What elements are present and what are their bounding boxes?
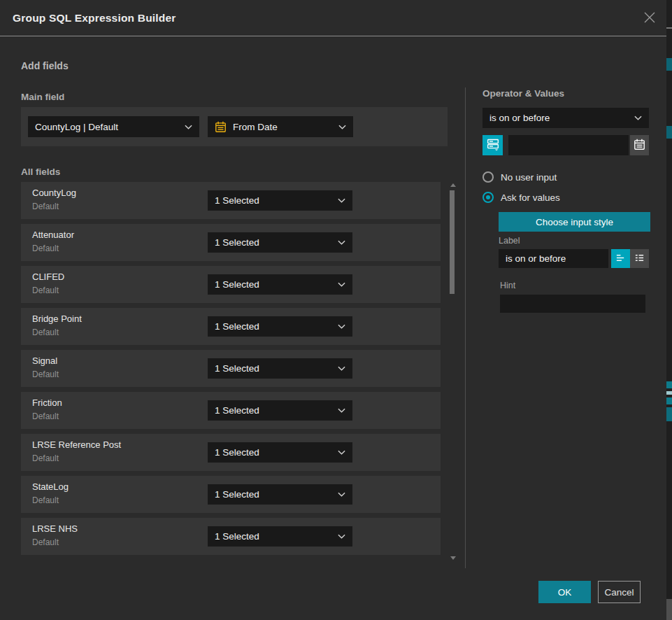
field-selection-value: 1 Selected bbox=[215, 489, 334, 500]
chevron-down-icon bbox=[338, 125, 346, 129]
chevron-down-icon bbox=[338, 282, 345, 287]
value-source-icon bbox=[487, 138, 499, 153]
field-selection-dropdown[interactable]: 1 Selected bbox=[208, 442, 352, 463]
field-name: CLIFED bbox=[32, 272, 64, 282]
single-line-style-button[interactable] bbox=[611, 249, 630, 268]
ok-button[interactable]: OK bbox=[538, 581, 591, 603]
field-sublabel: Default bbox=[32, 537, 59, 547]
field-row: LRSE Reference Post Default 1 Selected bbox=[21, 434, 441, 471]
field-selection-value: 1 Selected bbox=[215, 279, 334, 290]
field-selection-dropdown[interactable]: 1 Selected bbox=[208, 526, 352, 547]
field-sublabel: Default bbox=[32, 286, 59, 295]
field-row: Signal Default 1 Selected bbox=[21, 350, 441, 387]
label-caption: Label bbox=[499, 236, 520, 246]
cancel-button[interactable]: Cancel bbox=[598, 581, 641, 603]
chevron-down-icon bbox=[338, 240, 345, 245]
field-name: LRSE Reference Post bbox=[32, 439, 121, 450]
field-selection-value: 1 Selected bbox=[215, 195, 334, 206]
background-sliver-segment bbox=[666, 407, 672, 421]
field-selection-value: 1 Selected bbox=[215, 363, 334, 374]
radio-no-user-input-label: No user input bbox=[501, 172, 557, 183]
field-name: Bridge Point bbox=[32, 313, 82, 324]
dialog-title: Group SQL Expression Builder bbox=[13, 0, 176, 36]
field-row: CountyLog Default 1 Selected bbox=[21, 182, 441, 219]
field-sublabel: Default bbox=[32, 202, 59, 211]
add-fields-heading: Add fields bbox=[21, 60, 69, 71]
value-source-button[interactable] bbox=[482, 135, 503, 155]
chevron-down-icon bbox=[338, 408, 345, 413]
chevron-down-icon bbox=[338, 450, 345, 455]
field-selection-dropdown[interactable]: 1 Selected bbox=[208, 274, 352, 295]
radio-no-user-input[interactable]: No user input bbox=[482, 171, 557, 183]
list-style-button[interactable] bbox=[630, 249, 649, 268]
background-sliver-segment bbox=[666, 27, 672, 29]
field-selection-dropdown[interactable]: 1 Selected bbox=[208, 232, 352, 253]
hint-input[interactable] bbox=[500, 295, 645, 313]
align-left-icon bbox=[615, 253, 626, 265]
radio-ask-for-values[interactable]: Ask for values bbox=[482, 192, 560, 203]
background-sliver-segment bbox=[666, 397, 672, 404]
field-row: LRSE NHS Default 1 Selected bbox=[21, 518, 441, 555]
scroll-up-icon[interactable] bbox=[450, 183, 456, 187]
chevron-down-icon bbox=[338, 366, 345, 371]
label-input[interactable] bbox=[499, 249, 608, 268]
background-sliver-segment bbox=[666, 126, 672, 139]
calendar-icon bbox=[215, 121, 227, 133]
scroll-down-icon[interactable] bbox=[450, 556, 456, 560]
field-selection-value: 1 Selected bbox=[215, 321, 334, 332]
field-selection-value: 1 Selected bbox=[215, 531, 334, 542]
field-name: StateLog bbox=[32, 481, 69, 492]
main-field-dropdown-value: From Date bbox=[233, 122, 334, 132]
main-field-dropdown[interactable]: From Date bbox=[208, 116, 353, 137]
background-sliver-segment bbox=[666, 58, 672, 71]
list-icon bbox=[634, 253, 645, 265]
calendar-icon bbox=[634, 139, 645, 153]
operator-values-heading: Operator & Values bbox=[482, 88, 564, 99]
chevron-down-icon bbox=[338, 198, 345, 203]
operator-dropdown[interactable]: is on or before bbox=[482, 108, 649, 128]
scrollbar-thumb[interactable] bbox=[450, 190, 455, 294]
date-picker-button[interactable] bbox=[630, 135, 649, 155]
field-selection-dropdown[interactable]: 1 Selected bbox=[208, 400, 352, 421]
field-sublabel: Default bbox=[32, 411, 59, 421]
field-row: Friction Default 1 Selected bbox=[21, 392, 441, 429]
field-sublabel: Default bbox=[32, 495, 59, 505]
screen: Group SQL Expression Builder Add fields … bbox=[0, 0, 672, 620]
all-fields-list: CountyLog Default 1 Selected Attenuator … bbox=[21, 182, 441, 560]
field-selection-dropdown[interactable]: 1 Selected bbox=[208, 358, 352, 379]
close-button[interactable] bbox=[640, 8, 659, 28]
field-selection-dropdown[interactable]: 1 Selected bbox=[208, 316, 352, 337]
background-app-sliver bbox=[666, 0, 672, 620]
field-name: Signal bbox=[32, 355, 57, 366]
operator-dropdown-value: is on or before bbox=[489, 113, 630, 123]
field-selection-dropdown[interactable]: 1 Selected bbox=[208, 484, 352, 505]
radio-icon bbox=[482, 192, 494, 203]
field-name: LRSE NHS bbox=[32, 523, 78, 534]
layer-dropdown[interactable]: CountyLog | Default bbox=[28, 116, 199, 137]
field-name: CountyLog bbox=[32, 188, 76, 198]
main-field-label: Main field bbox=[21, 92, 64, 102]
radio-ask-for-values-label: Ask for values bbox=[501, 192, 560, 203]
all-fields-label: All fields bbox=[21, 167, 60, 177]
dialog-titlebar: Group SQL Expression Builder bbox=[0, 0, 666, 36]
field-sublabel: Default bbox=[32, 453, 59, 463]
field-name: Friction bbox=[32, 397, 62, 408]
layer-dropdown-value: CountyLog | Default bbox=[35, 122, 180, 132]
chevron-down-icon bbox=[634, 115, 642, 120]
chevron-down-icon bbox=[338, 534, 345, 539]
background-sliver-segment bbox=[666, 599, 672, 620]
field-row: CLIFED Default 1 Selected bbox=[21, 266, 441, 303]
value-input[interactable] bbox=[508, 135, 629, 155]
field-selection-value: 1 Selected bbox=[215, 447, 334, 458]
field-row: Bridge Point Default 1 Selected bbox=[21, 308, 441, 345]
chevron-down-icon bbox=[185, 125, 192, 129]
choose-input-style-button[interactable]: Choose input style bbox=[499, 212, 650, 232]
background-sliver-segment bbox=[666, 391, 672, 395]
field-row: StateLog Default 1 Selected bbox=[21, 476, 441, 513]
field-sublabel: Default bbox=[32, 244, 59, 253]
field-selection-dropdown[interactable]: 1 Selected bbox=[208, 190, 352, 211]
chevron-down-icon bbox=[338, 492, 345, 497]
panel-divider bbox=[465, 87, 466, 568]
group-sql-expression-builder-dialog: Group SQL Expression Builder Add fields … bbox=[0, 0, 666, 620]
chevron-down-icon bbox=[338, 324, 345, 329]
